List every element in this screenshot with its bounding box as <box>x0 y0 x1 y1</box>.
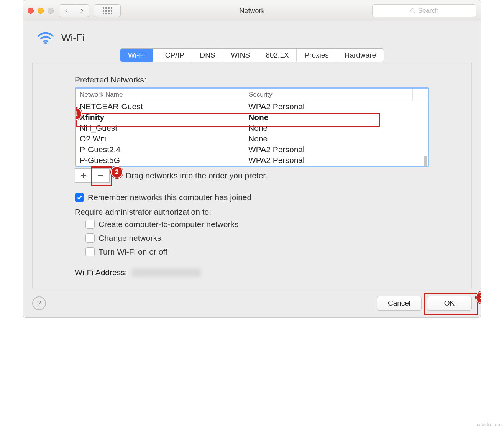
require-opt-label: Change networks <box>99 233 161 243</box>
col-security[interactable]: Security <box>245 89 413 101</box>
svg-point-2 <box>44 42 47 44</box>
drag-hint: Drag networks into the order you prefer. <box>126 171 268 180</box>
wifi-address-value <box>132 268 201 277</box>
preferred-networks-table[interactable]: Network Name Security NETGEAR-Guest WPA2… <box>75 87 429 167</box>
tab-tcpip[interactable]: TCP/IP <box>153 49 192 62</box>
wifi-panel: Preferred Networks: Network Name Securit… <box>32 62 472 289</box>
cell-security: None <box>245 133 428 144</box>
add-network-button[interactable] <box>75 168 92 183</box>
col-network-name[interactable]: Network Name <box>76 89 245 101</box>
plus-icon <box>80 172 87 179</box>
cell-security: WPA2 Personal <box>245 101 428 112</box>
tab-8021x[interactable]: 802.1X <box>258 49 297 62</box>
cancel-button[interactable]: Cancel <box>377 296 422 311</box>
table-row[interactable]: O2 Wifi None <box>76 133 428 144</box>
pane-title: Wi-Fi <box>61 32 85 44</box>
tab-wifi[interactable]: Wi-Fi <box>120 49 153 62</box>
cell-name: NH_Guest <box>76 123 245 133</box>
table-header: Network Name Security <box>76 89 428 101</box>
cell-security: None <box>245 112 428 123</box>
require-toggle-checkbox[interactable]: Turn Wi-Fi on or off <box>85 247 429 256</box>
prefs-window: Network Search Wi-Fi Wi-Fi TCP/IP DNS <box>23 0 481 318</box>
minus-icon <box>97 172 104 179</box>
sheet: Wi-Fi Wi-Fi TCP/IP DNS WINS 802.1X Proxi… <box>23 21 481 317</box>
help-button[interactable]: ? <box>32 296 46 310</box>
tab-proxies[interactable]: Proxies <box>297 49 337 62</box>
require-create-checkbox[interactable]: Create computer-to-computer networks <box>85 220 429 229</box>
wifi-icon <box>37 31 54 44</box>
annotation-badge-2: 2 <box>111 166 123 178</box>
annotation-badge-3: 3 <box>476 291 481 304</box>
cell-name: NETGEAR-Guest <box>76 101 245 112</box>
ok-button[interactable]: OK <box>427 296 472 311</box>
cell-name: Xfinity <box>76 112 245 123</box>
cell-security: WPA2 Personal <box>245 144 428 155</box>
table-row[interactable]: Xfinity None <box>76 112 428 123</box>
titlebar: Network Search <box>23 0 481 21</box>
preferred-networks-label: Preferred Networks: <box>75 75 429 84</box>
wifi-address-label: Wi-Fi Address: <box>75 268 127 277</box>
scrollbar[interactable] <box>424 156 427 166</box>
require-opt-label: Turn Wi-Fi on or off <box>99 247 167 256</box>
tab-wins[interactable]: WINS <box>223 49 258 62</box>
tab-bar: Wi-Fi TCP/IP DNS WINS 802.1X Proxies Har… <box>32 48 472 62</box>
cell-name: P-Guest2.4 <box>76 144 245 155</box>
check-icon <box>77 195 82 201</box>
checkbox-off <box>85 233 95 243</box>
table-row[interactable]: P-Guest5G WPA2 Personal <box>76 155 428 166</box>
require-auth-label: Require administrator authorization to: <box>75 207 429 217</box>
checkbox-off <box>85 220 95 229</box>
remove-network-button[interactable] <box>92 168 110 183</box>
footer: ? Cancel OK 3 <box>32 296 472 311</box>
table-row[interactable]: P-Guest2.4 WPA2 Personal <box>76 144 428 155</box>
cell-security: None <box>245 123 428 133</box>
window-title: Network <box>23 7 481 15</box>
table-row[interactable]: NH_Guest None <box>76 123 428 133</box>
tab-hardware[interactable]: Hardware <box>337 49 384 62</box>
require-change-checkbox[interactable]: Change networks <box>85 233 429 243</box>
pane-header: Wi-Fi <box>37 31 472 44</box>
cell-name: P-Guest5G <box>76 155 245 166</box>
tab-dns[interactable]: DNS <box>192 49 223 62</box>
cell-security: WPA2 Personal <box>245 155 428 166</box>
remember-networks-checkbox[interactable]: Remember networks this computer has join… <box>75 193 429 202</box>
table-row[interactable]: NETGEAR-Guest WPA2 Personal <box>76 101 428 112</box>
require-opt-label: Create computer-to-computer networks <box>99 220 238 229</box>
wifi-address-row: Wi-Fi Address: <box>75 268 429 277</box>
table-body: NETGEAR-Guest WPA2 Personal Xfinity None… <box>76 101 428 166</box>
checkbox-off <box>85 247 95 256</box>
cell-name: O2 Wifi <box>76 133 245 144</box>
checkbox-on <box>75 193 84 202</box>
col-spacer <box>413 89 428 101</box>
remember-label: Remember networks this computer has join… <box>88 193 251 202</box>
